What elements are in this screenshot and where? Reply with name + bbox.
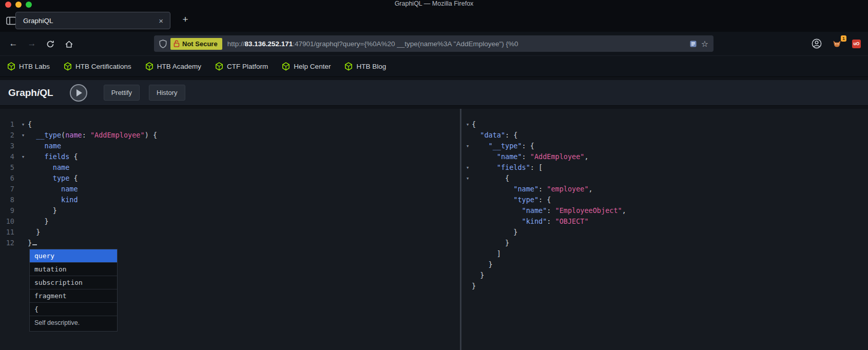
code-line: } <box>461 281 868 291</box>
window-titlebar: GraphiQL — Mozilla Firefox <box>0 0 868 9</box>
broken-lock-icon <box>173 40 180 47</box>
fold-arrow-icon[interactable]: ▾ <box>18 119 28 130</box>
fold-arrow-icon[interactable]: ▾ <box>464 173 472 184</box>
tab-graphiql[interactable]: GraphiQL × <box>15 12 170 29</box>
autocomplete-item-[interactable]: { <box>30 303 117 316</box>
tab-title: GraphiQL <box>23 17 157 25</box>
fold-spacer <box>464 195 472 205</box>
autocomplete-item-query[interactable]: query <box>30 249 117 263</box>
reload-button[interactable] <box>41 32 60 55</box>
bookmark-htb-blog[interactable]: HTB Blog <box>344 62 386 71</box>
code-text: "kind": "OBJECT" <box>472 216 589 227</box>
window-title: GraphiQL — Mozilla Firefox <box>0 0 868 9</box>
url-bar[interactable]: Not Secure http://83.136.252.171:47901/g… <box>154 35 713 52</box>
code-text: } <box>28 205 57 216</box>
new-tab-button[interactable]: + <box>179 14 192 25</box>
code-line: 4▾ fields { <box>0 151 460 162</box>
query-editor[interactable]: 1▾{2▾ __type(name: "AddEmployee") {3 nam… <box>0 109 460 350</box>
home-button[interactable] <box>60 32 78 55</box>
code-text: "type": { <box>472 195 551 205</box>
bookmark-htb-academy[interactable]: HTB Academy <box>145 62 201 71</box>
execute-query-button[interactable] <box>70 84 87 102</box>
url-scheme: http:// <box>227 40 245 48</box>
code-line: 12} <box>0 238 460 248</box>
page-action-icon[interactable] <box>689 40 697 48</box>
fold-spacer <box>18 184 28 195</box>
not-secure-chip[interactable]: Not Secure <box>170 38 222 50</box>
back-button[interactable]: ← <box>4 32 23 55</box>
line-number: 10 <box>0 216 18 227</box>
proxy-extension-icon[interactable]: 1 <box>832 39 842 48</box>
code-text: } <box>28 216 49 227</box>
code-text: "name": "employee", <box>472 184 593 195</box>
code-line: ] <box>461 248 868 259</box>
autocomplete-item-fragment[interactable]: fragment <box>30 289 117 303</box>
autocomplete-item-mutation[interactable]: mutation <box>30 263 117 276</box>
code-line: 3 name <box>0 141 460 151</box>
fold-arrow-icon[interactable]: ▾ <box>464 141 472 151</box>
code-line: } <box>461 270 868 281</box>
fold-spacer <box>464 130 472 141</box>
code-line: } <box>461 227 868 238</box>
graphiql-page: GraphiQL Prettify History 1▾{2▾ __type(n… <box>0 77 868 350</box>
fold-arrow-icon[interactable]: ▾ <box>18 151 28 162</box>
code-line: "kind": "OBJECT" <box>461 216 868 227</box>
code-text: __type(name: "AddEmployee") { <box>28 130 157 141</box>
bookmark-ctf-platform[interactable]: CTF Platform <box>215 62 268 71</box>
fold-spacer <box>464 216 472 227</box>
line-number: 11 <box>0 227 18 238</box>
tab-close-icon[interactable]: × <box>157 16 165 25</box>
fold-spacer <box>464 238 472 248</box>
bookmark-htb-certifications[interactable]: HTB Certifications <box>64 62 131 71</box>
url-path: :47901/graphql?query={%0A%20 __type(name… <box>293 40 518 48</box>
account-icon[interactable] <box>812 38 822 49</box>
code-text: "data": { <box>472 130 517 141</box>
fold-spacer <box>464 227 472 238</box>
tab-bar: GraphiQL × + <box>0 9 868 32</box>
fold-spacer <box>464 151 472 162</box>
code-line: "name": "employee", <box>461 184 868 195</box>
fold-spacer <box>18 205 28 216</box>
window-controls <box>5 2 32 8</box>
navigation-toolbar: ← → Not Secure http://83.136.252.171:479… <box>0 32 868 55</box>
autocomplete-description: Self descriptive. <box>30 316 117 331</box>
line-number: 8 <box>0 195 18 205</box>
line-number: 9 <box>0 205 18 216</box>
close-window-button[interactable] <box>5 2 11 8</box>
tracking-protection-shield-icon[interactable] <box>159 40 167 48</box>
htb-cube-icon <box>64 62 72 71</box>
firefox-view-icon[interactable] <box>6 16 16 27</box>
bookmark-star-icon[interactable]: ☆ <box>701 39 708 49</box>
bookmark-htb-labs[interactable]: HTB Labs <box>7 62 50 71</box>
code-text: } <box>28 227 40 238</box>
code-text: } <box>472 270 484 281</box>
prettify-button[interactable]: Prettify <box>104 85 140 101</box>
ublock-extension-icon[interactable]: uO <box>852 40 861 48</box>
forward-button[interactable]: → <box>23 32 41 55</box>
autocomplete-item-subscription[interactable]: subscription <box>30 276 117 289</box>
not-secure-label: Not Secure <box>182 40 218 48</box>
bookmark-label: HTB Labs <box>19 63 50 70</box>
fold-arrow-icon[interactable]: ▾ <box>464 162 472 173</box>
code-line: 8 kind <box>0 195 460 205</box>
history-button[interactable]: History <box>149 85 185 101</box>
editor-area: 1▾{2▾ __type(name: "AddEmployee") {3 nam… <box>0 109 868 350</box>
autocomplete-popup: querymutationsubscriptionfragment{Self d… <box>29 249 118 332</box>
line-number: 2 <box>0 130 18 141</box>
bookmark-label: Help Center <box>294 63 331 70</box>
line-number: 1 <box>0 119 18 130</box>
bookmark-help-center[interactable]: Help Center <box>282 62 331 71</box>
code-line: ▾ "fields": [ <box>461 162 868 173</box>
fold-arrow-icon[interactable]: ▾ <box>464 119 472 130</box>
htb-cube-icon <box>7 62 15 71</box>
code-line: } <box>461 238 868 248</box>
result-viewer: ▾{ "data": {▾ "__type": { "name": "AddEm… <box>461 109 868 350</box>
fold-spacer <box>18 173 28 184</box>
code-text: } <box>472 281 476 291</box>
code-line: "data": { <box>461 130 868 141</box>
maximize-window-button[interactable] <box>26 2 32 8</box>
minimize-window-button[interactable] <box>15 2 22 8</box>
fold-arrow-icon[interactable]: ▾ <box>18 130 28 141</box>
code-text: { <box>28 119 32 130</box>
extension-badge: 1 <box>841 35 846 42</box>
